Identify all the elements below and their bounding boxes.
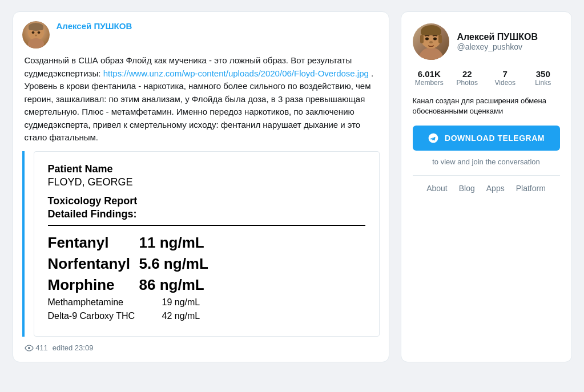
profile-name: Алексей ПУШКОВ xyxy=(457,32,538,42)
svg-point-15 xyxy=(433,38,437,41)
report-row-morphine: Morphine 86 ng/mL xyxy=(48,276,365,294)
stat-members-label: Members xyxy=(413,79,446,87)
svg-rect-13 xyxy=(438,35,442,43)
tweet-body: Созданный в США образ Флойд как мученика… xyxy=(22,54,380,144)
svg-point-4 xyxy=(31,31,34,34)
nav-apps[interactable]: Apps xyxy=(486,184,505,193)
profile-nav: About Blog Apps Platform xyxy=(413,175,560,193)
tweet-link[interactable]: https://www.unz.com/wp-content/uploads/2… xyxy=(103,68,369,78)
profile-header: Алексей ПУШКОВ @alexey_pushkov xyxy=(413,23,560,60)
report-row-thc: Delta-9 Carboxy THC 42 ng/mL xyxy=(48,311,365,321)
svg-point-1 xyxy=(28,38,44,49)
page-container: Алексей ПУШКОВ Созданный в США образ Фло… xyxy=(13,11,572,362)
nav-blog[interactable]: Blog xyxy=(459,184,475,193)
drug-name-fentanyl: Fentanyl xyxy=(48,234,139,252)
profile-avatar xyxy=(413,23,449,60)
tweet-edited: edited 23:09 xyxy=(53,343,94,352)
profile-handle: @alexey_pushkov xyxy=(457,42,538,51)
stat-videos-value: 7 xyxy=(489,69,522,79)
drug-value-thc: 42 ng/mL xyxy=(162,311,200,321)
report-subtitle: Detailed Findings: xyxy=(48,208,365,220)
telegram-icon xyxy=(428,132,439,144)
svg-point-14 xyxy=(425,38,429,41)
join-text: to view and join the conversation xyxy=(413,157,560,166)
stat-photos: 22 Photos xyxy=(450,69,484,87)
tweet-card: Алексей ПУШКОВ Созданный в США образ Фло… xyxy=(13,11,389,362)
drug-value-fentanyl: 11 ng/mL xyxy=(139,234,204,252)
tweet-footer: 411 edited 23:09 xyxy=(22,343,380,353)
drug-value-meth: 19 ng/mL xyxy=(162,297,200,308)
report-row-meth: Methamphetamine 19 ng/mL xyxy=(48,297,365,308)
svg-point-8 xyxy=(418,47,444,60)
tweet-text-part2: . Уровень в крови фентанила - наркотика,… xyxy=(25,68,374,143)
tweet-image-container: Patient Name FLOYD, GEORGE Toxicology Re… xyxy=(22,151,380,337)
svg-rect-11 xyxy=(421,29,441,35)
report-row-norfentanyl: Norfentanyl 5.6 ng/mL xyxy=(48,255,365,273)
report-patient-label: Patient Name xyxy=(48,163,365,175)
stat-links-label: Links xyxy=(526,79,560,87)
report-patient-name: FLOYD, GEORGE xyxy=(48,176,365,188)
stat-videos-label: Videos xyxy=(489,79,522,87)
report-divider xyxy=(48,225,365,226)
profile-description: Канал создан для расширения обмена обосн… xyxy=(413,96,560,116)
stat-links-value: 350 xyxy=(526,69,560,79)
nav-about[interactable]: About xyxy=(426,184,448,193)
avatar xyxy=(22,21,50,49)
stat-members: 6.01K Members xyxy=(413,69,446,87)
profile-stats: 6.01K Members 22 Photos 7 Videos 350 Lin… xyxy=(413,69,560,87)
tweet-author-info: Алексей ПУШКОВ xyxy=(57,21,132,31)
svg-rect-12 xyxy=(420,35,424,43)
download-button-label: DOWNLOAD TELEGRAM xyxy=(445,134,545,143)
drug-name-meth: Methamphetamine xyxy=(48,297,162,308)
avatar-image xyxy=(22,21,50,49)
tweet-views: 411 xyxy=(25,343,48,353)
drug-value-norfentanyl: 5.6 ng/mL xyxy=(139,255,208,273)
stat-links: 350 Links xyxy=(526,69,560,87)
drug-name-morphine: Morphine xyxy=(48,276,139,294)
stat-members-value: 6.01K xyxy=(413,69,446,79)
tweet-header: Алексей ПУШКОВ xyxy=(22,21,380,49)
stat-photos-label: Photos xyxy=(450,79,484,87)
profile-card-inner: Алексей ПУШКОВ @alexey_pushkov 6.01K Mem… xyxy=(401,12,571,204)
drug-value-morphine: 86 ng/mL xyxy=(139,276,204,294)
drug-name-thc: Delta-9 Carboxy THC xyxy=(48,311,162,321)
svg-point-6 xyxy=(35,35,37,37)
drug-name-norfentanyl: Norfentanyl xyxy=(48,255,139,273)
svg-point-7 xyxy=(28,347,30,349)
avatar-svg xyxy=(413,23,449,60)
tweet-author-name[interactable]: Алексей ПУШКОВ xyxy=(57,21,132,31)
profile-info: Алексей ПУШКОВ @alexey_pushkov xyxy=(457,32,538,51)
toxicology-report: Patient Name FLOYD, GEORGE Toxicology Re… xyxy=(34,151,380,337)
report-row-fentanyl: Fentanyl 11 ng/mL xyxy=(48,234,365,252)
nav-platform[interactable]: Platform xyxy=(516,184,546,193)
profile-card: Алексей ПУШКОВ @alexey_pushkov 6.01K Mem… xyxy=(401,11,572,362)
svg-point-16 xyxy=(429,41,433,43)
svg-rect-3 xyxy=(29,26,43,30)
stat-videos: 7 Videos xyxy=(489,69,522,87)
report-title: Toxicology Report xyxy=(48,195,365,207)
download-telegram-button[interactable]: DOWNLOAD TELEGRAM xyxy=(413,126,560,151)
stat-photos-value: 22 xyxy=(450,69,484,79)
eye-icon xyxy=(25,343,34,353)
svg-point-5 xyxy=(37,31,40,34)
